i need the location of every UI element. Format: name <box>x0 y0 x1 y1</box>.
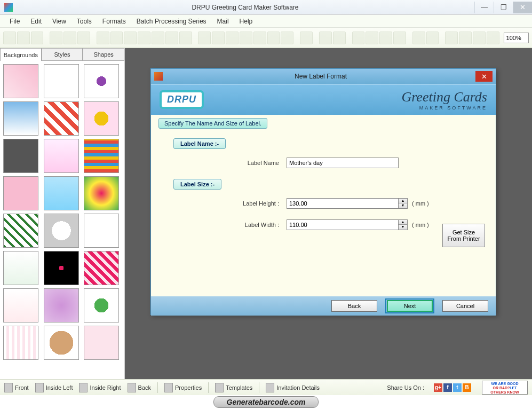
tab-shapes[interactable]: Shapes <box>83 48 124 61</box>
bg-thumb[interactable] <box>3 214 38 248</box>
tool-zoom-icon[interactable] <box>152 32 164 44</box>
tab-styles[interactable]: Styles <box>42 48 83 61</box>
page-back[interactable]: Back <box>128 383 151 392</box>
tool-redo-icon[interactable] <box>333 32 346 44</box>
tool-new-icon[interactable] <box>3 32 16 44</box>
templates-icon <box>215 383 224 392</box>
width-down-icon[interactable]: ▼ <box>399 225 407 230</box>
tool-open-icon[interactable] <box>17 32 30 44</box>
tool-close-icon[interactable] <box>31 32 44 44</box>
menu-view[interactable]: View <box>47 17 72 26</box>
tool-zoomin-icon[interactable] <box>473 32 486 44</box>
bg-thumb[interactable] <box>3 326 38 360</box>
page-front[interactable]: Front <box>4 383 29 392</box>
bg-thumb[interactable] <box>3 101 38 136</box>
tool-pen-icon[interactable] <box>165 32 178 44</box>
height-up-icon[interactable]: ▲ <box>399 199 407 203</box>
tab-backgrounds[interactable]: Backgrounds <box>0 48 42 61</box>
menu-edit[interactable]: Edit <box>25 17 47 26</box>
blogger-icon[interactable]: B <box>463 383 471 392</box>
next-button[interactable]: Next <box>387 300 433 312</box>
menu-tools[interactable]: Tools <box>72 17 97 26</box>
tool-actual-icon[interactable] <box>459 32 472 44</box>
bg-thumb[interactable] <box>84 251 119 285</box>
bg-thumb[interactable] <box>44 251 79 285</box>
bg-thumb[interactable] <box>44 139 79 173</box>
back-button[interactable]: Back <box>331 300 377 312</box>
zoom-level[interactable]: 100% <box>504 33 529 43</box>
bg-thumb[interactable] <box>84 101 119 136</box>
tool-preview-icon[interactable] <box>124 32 137 44</box>
menu-formats[interactable]: Formats <box>97 17 131 26</box>
tool-zoomout-icon[interactable] <box>487 32 499 44</box>
tool-save-icon[interactable] <box>50 32 62 44</box>
bg-thumb[interactable] <box>44 101 79 136</box>
tool-print-icon[interactable] <box>110 32 123 44</box>
tool-text-icon[interactable] <box>226 32 239 44</box>
tool-copy-icon[interactable] <box>366 32 378 44</box>
bg-thumb[interactable] <box>3 176 38 210</box>
tool-export-icon[interactable] <box>77 32 90 44</box>
tool-image-icon[interactable] <box>240 32 252 44</box>
maximize-button[interactable]: ❐ <box>494 2 513 13</box>
menu-mail[interactable]: Mail <box>212 17 234 26</box>
googleplus-icon[interactable]: g+ <box>434 383 442 392</box>
bg-thumb[interactable] <box>44 176 79 210</box>
bg-thumb[interactable] <box>44 326 79 360</box>
tool-back-icon[interactable] <box>426 32 439 44</box>
bg-thumb[interactable] <box>84 326 119 360</box>
label-name-input[interactable] <box>287 158 399 168</box>
tool-paste-icon[interactable] <box>379 32 392 44</box>
bg-thumb[interactable] <box>84 214 119 248</box>
product-logo: Greeting Cards MAKER SOFTWARE <box>401 89 487 111</box>
tool-saveas-icon[interactable] <box>63 32 76 44</box>
page-inside-left[interactable]: Inside Left <box>35 383 73 392</box>
tool-front-icon[interactable] <box>412 32 425 44</box>
bg-thumb[interactable] <box>84 139 119 173</box>
facebook-icon[interactable]: f <box>443 383 452 392</box>
label-width-input[interactable] <box>287 219 399 230</box>
width-up-icon[interactable]: ▲ <box>399 220 407 225</box>
feedback-button[interactable]: WE ARE GOOD OR BAD?LET OTHERS KNOW <box>482 381 528 395</box>
invitation-details-button[interactable]: Invitation Details <box>266 383 320 392</box>
properties-button[interactable]: Properties <box>164 383 202 392</box>
tool-delete-icon[interactable] <box>393 32 406 44</box>
tool-undo-icon[interactable] <box>319 32 332 44</box>
bg-thumb[interactable] <box>3 288 38 323</box>
minimize-button[interactable]: — <box>474 2 494 13</box>
bg-thumb[interactable] <box>44 288 79 323</box>
bg-thumb[interactable] <box>3 251 38 285</box>
tool-align-icon[interactable] <box>198 32 211 44</box>
tool-line-icon[interactable] <box>281 32 293 44</box>
tool-sign-icon[interactable] <box>253 32 266 44</box>
page-inside-right[interactable]: Inside Right <box>79 383 121 392</box>
bg-thumb[interactable] <box>44 64 79 98</box>
menu-file[interactable]: File <box>4 17 25 26</box>
bg-thumb[interactable] <box>84 176 119 210</box>
cancel-button[interactable]: Cancel <box>442 300 488 312</box>
templates-button[interactable]: Templates <box>215 383 252 392</box>
bg-thumb[interactable] <box>84 288 119 323</box>
tool-page-icon[interactable] <box>138 32 150 44</box>
tool-layer-icon[interactable] <box>300 32 313 44</box>
product-name: Greeting Cards <box>401 89 487 105</box>
label-height-input[interactable] <box>287 198 399 209</box>
bg-thumb[interactable] <box>44 214 79 248</box>
menu-help[interactable]: Help <box>234 17 258 26</box>
dialog-close-button[interactable]: ✕ <box>475 71 493 82</box>
tool-cut-icon[interactable] <box>352 32 365 44</box>
tool-shape-icon[interactable] <box>179 32 192 44</box>
twitter-icon[interactable]: t <box>453 383 462 392</box>
tool-barcode-icon[interactable] <box>212 32 225 44</box>
height-down-icon[interactable]: ▼ <box>399 203 407 208</box>
menu-batch[interactable]: Batch Processing Series <box>131 17 212 26</box>
bg-thumb[interactable] <box>84 64 119 98</box>
tool-grid-icon[interactable] <box>445 32 458 44</box>
page-front-label: Front <box>15 384 29 391</box>
tool-mail-icon[interactable] <box>267 32 280 44</box>
bg-thumb[interactable] <box>3 139 38 173</box>
tool-doc-icon[interactable] <box>97 32 109 44</box>
close-button[interactable]: ✕ <box>513 2 532 13</box>
bg-thumb[interactable] <box>3 64 38 98</box>
get-size-from-printer-button[interactable]: Get Size From Printer <box>442 224 485 247</box>
